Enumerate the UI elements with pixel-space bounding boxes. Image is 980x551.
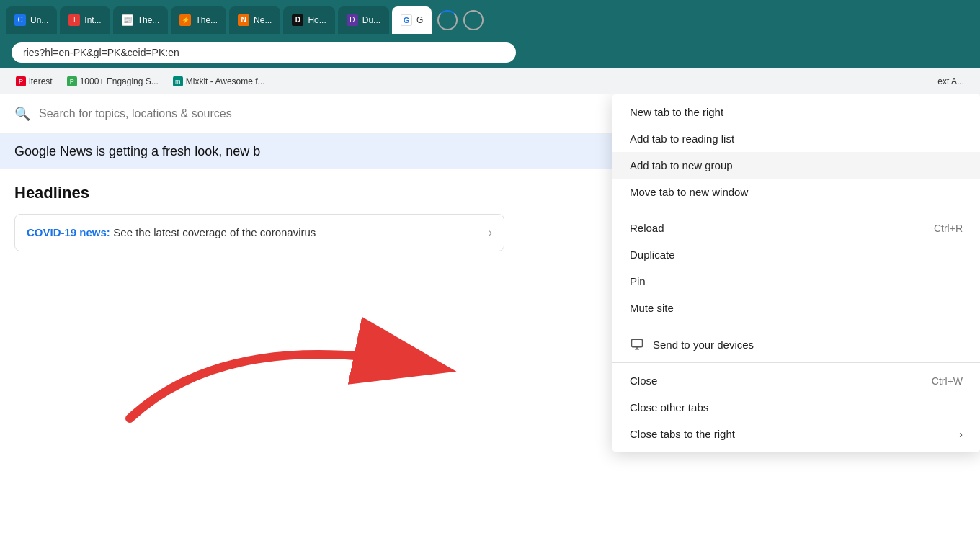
search-icon: 🔍 [14, 106, 30, 122]
tab-favicon-6: D [292, 14, 303, 26]
menu-shortcut-close: Ctrl+W [932, 375, 963, 387]
menu-item-add-reading-list[interactable]: Add tab to reading list [612, 125, 980, 152]
news-card-body: See the latest coverage of the coronavir… [113, 226, 316, 238]
monitor-icon [630, 338, 644, 351]
tab-3[interactable]: 📰 The... [113, 6, 169, 34]
menu-item-send-devices[interactable]: Send to your devices [612, 331, 980, 358]
menu-item-close[interactable]: Close Ctrl+W [612, 367, 980, 394]
red-arrow-annotation [86, 253, 519, 443]
bookmark-pinterest[interactable]: P iterest [12, 75, 57, 88]
bookmark-label-mixkit: Mixkit - Awesome f... [186, 76, 265, 86]
banner-text: Google News is getting a fresh look, new… [14, 144, 260, 159]
tab-label-5: Ne... [254, 15, 272, 25]
tab-7[interactable]: D Du... [338, 6, 389, 34]
news-card-arrow[interactable]: › [489, 226, 492, 239]
menu-label-pin: Pin [630, 275, 646, 287]
browser-tab-bar: C Un... T Int... 📰 The... ⚡ The... N Ne.… [0, 0, 980, 40]
bookmark-favicon-pinterest: P [16, 76, 26, 86]
bookmark-favicon-mixkit: m [173, 76, 183, 86]
svg-rect-1 [632, 339, 643, 347]
address-bar-input[interactable] [12, 42, 516, 63]
loading-spinner [437, 10, 458, 30]
tab-8-active[interactable]: G G [392, 6, 432, 34]
menu-label-send-devices: Send to your devices [653, 339, 754, 351]
bookmark-label-ext: ext A... [937, 76, 964, 86]
tab-label-7: Du... [362, 15, 380, 25]
bookmark-engaging[interactable]: P 1000+ Engaging S... [63, 75, 163, 88]
new-tab-area [463, 10, 484, 30]
menu-item-move-new-window[interactable]: Move tab to new window [612, 179, 980, 205]
news-card: COVID-19 news: See the latest coverage o… [14, 214, 504, 251]
tab-label-8: G [416, 15, 423, 25]
tab-4[interactable]: ⚡ The... [171, 6, 226, 34]
tab-favicon-7: D [347, 14, 358, 26]
menu-item-duplicate[interactable]: Duplicate [612, 241, 980, 268]
tab-1[interactable]: C Un... [6, 6, 57, 34]
tab-favicon-5: N [238, 14, 249, 26]
menu-label-reload: Reload [630, 222, 664, 234]
menu-divider-2 [612, 326, 980, 326]
menu-item-add-new-group[interactable]: Add tab to new group [612, 152, 980, 179]
address-bar-area [0, 40, 980, 68]
tab-favicon-3: 📰 [122, 14, 133, 26]
bookmark-ext[interactable]: ext A... [933, 75, 968, 88]
bookmark-label-pinterest: iterest [29, 76, 53, 86]
tab-label-2: Int... [84, 15, 101, 25]
tab-favicon-2: T [68, 14, 80, 26]
menu-divider-1 [612, 210, 980, 210]
bookmark-label-engaging: 1000+ Engaging S... [80, 76, 159, 86]
news-card-link[interactable]: COVID-19 news: [27, 226, 110, 238]
menu-label-move-new-window: Move tab to new window [630, 186, 748, 198]
tab-label-3: The... [138, 15, 160, 25]
menu-label-close-right: Close tabs to the right [630, 428, 735, 440]
tab-favicon-1: C [14, 14, 26, 26]
menu-shortcut-reload: Ctrl+R [934, 223, 963, 234]
menu-label-duplicate: Duplicate [630, 248, 675, 261]
chevron-right-icon: › [959, 429, 963, 440]
tab-favicon-8: G [401, 14, 412, 26]
menu-label-close-other: Close other tabs [630, 401, 708, 413]
menu-divider-3 [612, 362, 980, 363]
tab-label-4: The... [195, 15, 218, 25]
menu-label-new-tab-right: New tab to the right [630, 106, 723, 118]
menu-item-mute-site[interactable]: Mute site [612, 295, 980, 321]
context-menu: New tab to the right Add tab to reading … [612, 94, 980, 452]
tab-favicon-4: ⚡ [179, 14, 191, 26]
menu-label-add-new-group: Add tab to new group [630, 159, 733, 171]
tab-2[interactable]: T Int... [60, 6, 110, 34]
menu-item-close-other[interactable]: Close other tabs [612, 394, 980, 421]
menu-item-reload[interactable]: Reload Ctrl+R [612, 215, 980, 241]
bookmark-favicon-engaging: P [67, 76, 77, 86]
menu-item-new-tab-right[interactable]: New tab to the right [612, 99, 980, 125]
menu-item-pin[interactable]: Pin [612, 268, 980, 295]
main-content: 🔍 Google News is getting a fresh look, n… [0, 94, 980, 551]
tab-label-1: Un... [30, 15, 48, 25]
bookmark-mixkit[interactable]: m Mixkit - Awesome f... [169, 75, 270, 88]
menu-item-close-right[interactable]: Close tabs to the right › [612, 421, 980, 447]
bookmarks-bar: P iterest P 1000+ Engaging S... m Mixkit… [0, 68, 980, 94]
tab-6[interactable]: D Ho... [283, 6, 334, 34]
tab-label-6: Ho... [308, 15, 326, 25]
menu-label-add-reading-list: Add tab to reading list [630, 133, 734, 145]
menu-label-mute-site: Mute site [630, 302, 674, 314]
tab-5[interactable]: N Ne... [229, 6, 280, 34]
menu-label-close: Close [630, 375, 657, 387]
